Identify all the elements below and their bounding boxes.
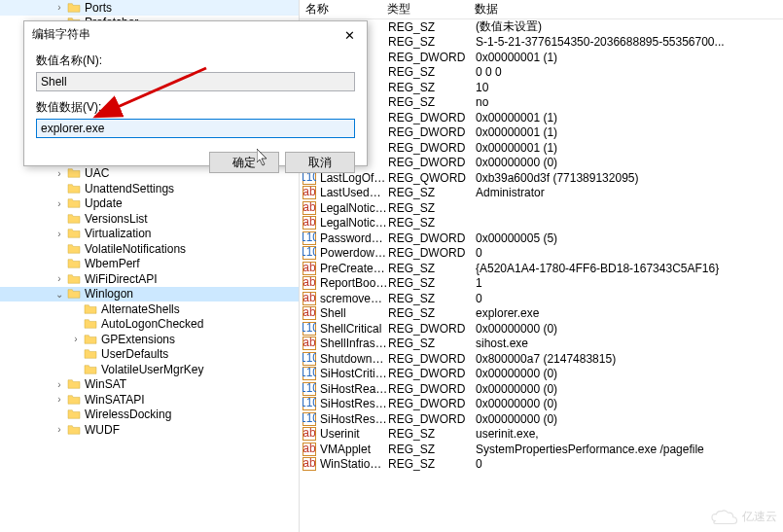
- value-row[interactable]: abVMAppletREG_SZSystemPropertiesPerforma…: [300, 442, 783, 457]
- expander-icon[interactable]: [53, 258, 65, 269]
- expander-icon[interactable]: ›: [53, 228, 65, 239]
- value-row[interactable]: abREG_SZ0 0 0: [300, 65, 783, 81]
- svg-text:ab: ab: [303, 216, 316, 229]
- value-row[interactable]: 110esREG_DWORD0x00000000 (0): [300, 156, 783, 171]
- tree-item-winsatapi[interactable]: ›WinSATAPI: [0, 392, 299, 408]
- string-value-icon: ab: [302, 201, 317, 215]
- value-row[interactable]: abREG_SZ(数值未设置): [300, 19, 783, 35]
- column-type-header[interactable]: 类型: [387, 1, 475, 18]
- expander-icon[interactable]: ›: [53, 394, 65, 406]
- value-row[interactable]: 110REG_DWORD0x00000001 (1): [300, 50, 783, 65]
- value-row[interactable]: 110tIn...REG_DWORD0x00000001 (1): [300, 140, 783, 156]
- expander-icon[interactable]: [70, 348, 82, 360]
- tree-item-unattendsettings[interactable]: UnattendSettings: [0, 181, 299, 196]
- expander-icon[interactable]: ⌄: [53, 288, 65, 300]
- value-row[interactable]: 110PowerdownAfte...REG_DWORD0: [300, 246, 783, 262]
- svg-text:ab: ab: [303, 292, 316, 304]
- expander-icon[interactable]: ›: [53, 424, 65, 436]
- tree-item-winlogon[interactable]: ⌄Winlogon: [0, 287, 299, 302]
- tree-item-autologonchecked[interactable]: AutoLogonChecked: [0, 317, 299, 333]
- value-row[interactable]: 110SiHostCriticalREG_DWORD0x00000000 (0): [300, 367, 783, 382]
- value-data-input[interactable]: [36, 119, 355, 138]
- binary-value-icon: 110: [302, 352, 317, 366]
- tree-item-label: WiFiDirectAPI: [85, 272, 158, 286]
- expander-icon[interactable]: ›: [53, 273, 65, 285]
- value-row[interactable]: abUserinitREG_SZuserinit.exe,: [300, 427, 783, 443]
- tree-item-gpextensions[interactable]: ›GPExtensions: [0, 332, 299, 347]
- folder-icon: [67, 243, 81, 255]
- value-data: 0x800000a7 (2147483815): [476, 352, 783, 366]
- value-row[interactable]: abReportBootOkREG_SZ1: [300, 276, 783, 292]
- value-name: PowerdownAfte...: [320, 246, 388, 260]
- value-row[interactable]: 110But...REG_DWORD0x00000001 (1): [300, 110, 783, 125]
- tree-item-label: VolatileUserMgrKey: [101, 363, 203, 376]
- value-row[interactable]: 110SiHostRestartC...REG_DWORD0x00000000 …: [300, 397, 783, 412]
- column-headers[interactable]: 名称 类型 数据: [300, 0, 783, 19]
- value-row[interactable]: 110SiHostRestartTi...REG_DWORD0x00000000…: [300, 411, 783, 427]
- value-row[interactable]: abPreCreateKnow...REG_SZ{A520A1A4-1780-4…: [300, 261, 783, 276]
- svg-text:110: 110: [303, 322, 316, 335]
- tree-item-versionslist[interactable]: VersionsList: [0, 211, 299, 227]
- value-data: 0x00000000 (0): [476, 367, 783, 380]
- value-name: SiHostReadyTi...: [320, 382, 388, 396]
- column-data-header[interactable]: 数据: [475, 1, 783, 18]
- tree-item-alternateshells[interactable]: AlternateShells: [0, 301, 299, 317]
- tree-item-wifidirectapi[interactable]: ›WiFiDirectAPI: [0, 271, 299, 287]
- expander-icon[interactable]: [70, 303, 82, 315]
- value-row[interactable]: 110PasswordExpiry...REG_DWORD0x00000005 …: [300, 231, 783, 246]
- value-row[interactable]: abShellInfrastruct...REG_SZsihost.exe: [300, 337, 783, 352]
- tree-item-winsat[interactable]: ›WinSAT: [0, 377, 299, 393]
- value-name-input[interactable]: [36, 72, 355, 91]
- column-name-header[interactable]: 名称: [300, 1, 387, 18]
- value-row[interactable]: abLegalNoticeCap...REG_SZ: [300, 200, 783, 216]
- expander-icon[interactable]: [53, 408, 65, 420]
- value-data: 0x00000000 (0): [476, 397, 783, 410]
- tree-item-ports[interactable]: ›Ports: [0, 0, 299, 16]
- tree-item-wirelessdocking[interactable]: WirelessDocking: [0, 408, 299, 423]
- value-list[interactable]: abREG_SZ(数值未设置)abIDREG_SZS-1-5-21-377615…: [300, 19, 783, 472]
- value-type: REG_DWORD: [388, 51, 476, 64]
- tree-item-wbemperf[interactable]: WbemPerf: [0, 257, 299, 272]
- expander-icon[interactable]: [53, 183, 65, 195]
- cancel-button[interactable]: 取消: [285, 152, 355, 173]
- expander-icon[interactable]: [53, 243, 65, 255]
- value-row[interactable]: abo...REG_SZno: [300, 95, 783, 111]
- string-value-icon: ab: [302, 457, 317, 471]
- value-type: REG_DWORD: [388, 246, 476, 260]
- value-row[interactable]: abLastUsedUsern...REG_SZAdministrator: [300, 186, 783, 201]
- expander-icon[interactable]: ›: [53, 378, 65, 390]
- expander-icon[interactable]: [70, 318, 82, 330]
- close-icon[interactable]: ✕: [336, 25, 363, 45]
- folder-icon: [84, 334, 97, 345]
- binary-value-icon: 110: [302, 246, 317, 260]
- tree-item-wudf[interactable]: ›WUDF: [0, 422, 299, 438]
- expander-icon[interactable]: ›: [53, 2, 65, 14]
- tree-item-virtualization[interactable]: ›Virtualization: [0, 227, 299, 242]
- svg-text:110: 110: [303, 412, 316, 425]
- value-row[interactable]: 110...REG_DWORD0x00000001 (1): [300, 125, 783, 141]
- folder-icon: [84, 318, 97, 330]
- value-row[interactable]: 110ShutdownFlagsREG_DWORD0x800000a7 (214…: [300, 351, 783, 367]
- value-row[interactable]: abLegalNoticeTextREG_SZ: [300, 216, 783, 231]
- value-name: WinStationsDis...: [320, 457, 388, 471]
- tree-item-label: WinSAT: [85, 377, 126, 391]
- tree-item-update[interactable]: ›Update: [0, 196, 299, 212]
- ok-button[interactable]: 确定: [209, 152, 279, 173]
- value-name: Userinit: [320, 427, 388, 441]
- expander-icon[interactable]: [70, 364, 82, 375]
- tree-item-volatilenotifications[interactable]: VolatileNotifications: [0, 241, 299, 257]
- value-row[interactable]: 110ShellCriticalREG_DWORD0x00000000 (0): [300, 321, 783, 337]
- expander-icon[interactable]: ›: [70, 334, 82, 345]
- value-data: 0x00000001 (1): [476, 125, 783, 139]
- value-row[interactable]: 110LastLogOffEndTi...REG_QWORD0xb39a600d…: [300, 170, 783, 186]
- value-row[interactable]: abIDREG_SZS-1-5-21-3776154350-2036688895…: [300, 35, 783, 51]
- value-row[interactable]: abscremoveoptionREG_SZ0: [300, 291, 783, 306]
- tree-item-volatileusermgrkey[interactable]: VolatileUserMgrKey: [0, 362, 299, 377]
- expander-icon[interactable]: ›: [53, 197, 65, 209]
- value-row[interactable]: abShellREG_SZexplorer.exe: [300, 306, 783, 322]
- value-row[interactable]: abns...REG_SZ10: [300, 80, 783, 95]
- value-row[interactable]: abWinStationsDis...REG_SZ0: [300, 457, 783, 473]
- expander-icon[interactable]: [53, 213, 65, 225]
- value-row[interactable]: 110SiHostReadyTi...REG_DWORD0x00000000 (…: [300, 381, 783, 397]
- tree-item-userdefaults[interactable]: UserDefaults: [0, 347, 299, 363]
